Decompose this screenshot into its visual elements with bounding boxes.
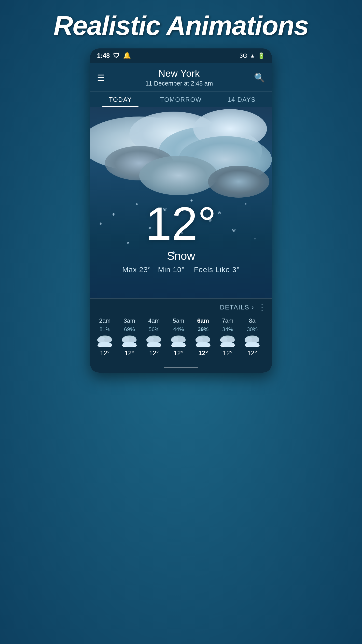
svg-text:❄: ❄	[152, 342, 154, 344]
search-icon[interactable]: 🔍	[254, 72, 265, 83]
hour-label: 3am	[124, 317, 135, 324]
hour-item[interactable]: 8a 30% ❄ ❄ ❄ 12°	[240, 315, 265, 359]
hour-item[interactable]: 3am 69% ❄ ❄ ❄ 12°	[117, 315, 142, 359]
hour-temp: 12°	[247, 349, 257, 357]
hour-precip: 56%	[149, 326, 159, 332]
tab-14days[interactable]: 14 DAYS	[211, 92, 272, 107]
svg-text:❄: ❄	[128, 342, 130, 344]
svg-text:❄: ❄	[172, 342, 174, 344]
hour-precip: 69%	[124, 326, 135, 332]
svg-text:❄: ❄	[246, 342, 248, 344]
snow-icon: ❄ ❄ ❄	[145, 334, 163, 347]
tabs-bar: TODAY TOMORROW 14 DAYS	[90, 92, 272, 107]
page-title: Realistic Animations	[0, 0, 362, 48]
svg-text:❄: ❄	[222, 342, 224, 344]
phone-frame: 1:48 🛡 🔔 3G ▲ 🔋 ☰ New York 11 December a…	[90, 48, 272, 373]
svg-text:❄: ❄	[255, 342, 257, 344]
max-temp: Max 23°	[122, 266, 151, 274]
hamburger-icon[interactable]: ☰	[97, 74, 104, 82]
weather-details: Max 23° Min 10° Feels Like 3°	[90, 266, 272, 274]
svg-text:❄: ❄	[251, 342, 253, 344]
svg-text:❄: ❄	[181, 342, 183, 344]
main-temperature: 12°	[90, 200, 272, 247]
weather-condition: Snow	[90, 249, 272, 262]
signal-icon: ▲	[250, 52, 255, 59]
svg-text:❄: ❄	[132, 342, 134, 344]
details-link[interactable]: DETAILS ›	[220, 303, 254, 311]
bottom-panel-header: DETAILS › ⋮	[90, 302, 272, 315]
network-label: 3G	[239, 52, 247, 59]
battery-icon: 🔋	[258, 52, 265, 59]
cloud-7	[139, 156, 218, 195]
svg-text:❄: ❄	[230, 342, 232, 344]
hour-precip: 81%	[99, 326, 110, 332]
page-wrapper: Realistic Animations 1:48 🛡 🔔 3G ▲ 🔋 ☰ N…	[0, 0, 362, 644]
more-options-icon[interactable]: ⋮	[258, 302, 266, 312]
status-left: 1:48 🛡 🔔	[97, 52, 131, 60]
hour-temp: 12°	[198, 349, 208, 357]
snow-icon: ❄ ❄ ❄	[96, 334, 113, 347]
hour-temp: 12°	[174, 349, 183, 357]
date-time: 11 December at 2:48 am	[145, 80, 213, 87]
snow-icon: ❄ ❄ ❄	[121, 334, 138, 347]
hour-item[interactable]: 2am 81% ❄ ❄ ❄ 12°	[93, 315, 117, 359]
svg-text:❄: ❄	[226, 342, 228, 344]
snow-icon: ❄ ❄ ❄	[219, 334, 236, 347]
svg-text:❄: ❄	[206, 342, 208, 344]
feels-like: Feels Like 3°	[194, 266, 240, 274]
hour-temp: 12°	[100, 349, 109, 357]
svg-text:❄: ❄	[123, 342, 125, 344]
tab-tomorrow[interactable]: TOMORROW	[151, 92, 211, 107]
bottom-panel: DETAILS › ⋮ 2am 81% ❄ ❄	[90, 298, 272, 364]
hour-temp: 12°	[149, 349, 159, 357]
hour-precip: 44%	[173, 326, 184, 332]
hour-temp: 12°	[223, 349, 232, 357]
hour-label: 6am	[197, 317, 209, 324]
hour-precip: 34%	[222, 326, 233, 332]
tab-today[interactable]: TODAY	[90, 92, 151, 107]
details-label: DETAILS	[220, 304, 249, 311]
svg-text:❄: ❄	[103, 342, 105, 344]
min-temp: Min 10°	[158, 266, 185, 274]
shield-icon: 🛡	[113, 52, 120, 60]
snow-icon: ❄ ❄ ❄	[195, 334, 212, 347]
svg-text:❄: ❄	[201, 342, 203, 344]
snow-icon: ❄ ❄ ❄	[170, 334, 187, 347]
hour-precip: 30%	[247, 326, 258, 332]
hour-item[interactable]: 7am 34% ❄ ❄ ❄ 12°	[215, 315, 240, 359]
hourly-scroll[interactable]: 2am 81% ❄ ❄ ❄ 12° 3am 69%	[90, 315, 272, 364]
chevron-icon: ›	[252, 303, 254, 311]
status-right: 3G ▲ 🔋	[239, 52, 265, 59]
svg-text:❄: ❄	[177, 342, 179, 344]
hour-label: 2am	[99, 317, 111, 324]
notification-icon: 🔔	[123, 52, 131, 60]
status-bar: 1:48 🛡 🔔 3G ▲ 🔋	[90, 48, 272, 63]
status-time: 1:48	[97, 52, 110, 60]
clouds-layer	[90, 107, 272, 212]
header-center: New York 11 December at 2:48 am	[145, 68, 213, 87]
hour-item[interactable]: 6am 39% ❄ ❄ ❄ 12°	[191, 315, 215, 359]
hour-temp: 12°	[124, 349, 134, 357]
hour-item[interactable]: 5am 44% ❄ ❄ ❄ 12°	[166, 315, 191, 359]
svg-text:❄: ❄	[148, 342, 150, 344]
svg-text:❄: ❄	[99, 342, 101, 344]
app-header: ☰ New York 11 December at 2:48 am 🔍	[90, 63, 272, 92]
cloud-8	[208, 166, 269, 198]
svg-text:❄: ❄	[197, 342, 199, 344]
home-indicator	[90, 364, 272, 373]
hour-label: 4am	[148, 317, 160, 324]
hour-precip: 39%	[198, 326, 209, 332]
snow-icon: ❄ ❄ ❄	[244, 334, 261, 347]
hour-label: 5am	[173, 317, 184, 324]
home-bar	[164, 367, 198, 368]
hour-label: 7am	[222, 317, 234, 324]
hour-label: 8a	[249, 317, 256, 324]
temp-section: 12° Snow Max 23° Min 10° Feels Like 3°	[90, 200, 272, 274]
svg-text:❄: ❄	[107, 342, 109, 344]
svg-text:❄: ❄	[156, 342, 158, 344]
city-name: New York	[145, 68, 213, 79]
weather-scene: ❄ ❅ ❄ ❅ ❄ ❅ ❄ ❅ ❄ ❅ ❄ ❅ ❄ ❅ 12° Snow Ma	[90, 107, 272, 298]
hour-item[interactable]: 4am 56% ❄ ❄ ❄ 12°	[142, 315, 166, 359]
